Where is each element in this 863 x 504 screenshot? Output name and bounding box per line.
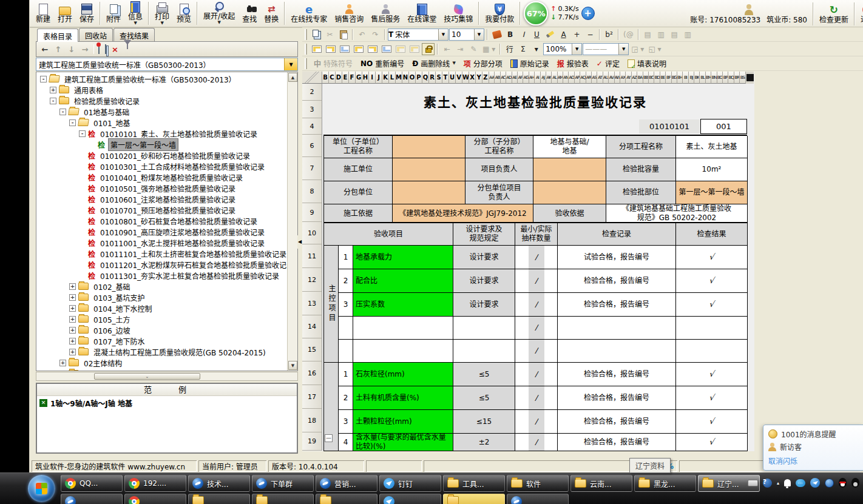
column-header-Y[interactable]: Y (476, 72, 482, 84)
check-record[interactable]: 检验合格，报告编号 (558, 363, 676, 386)
column-header-AV[interactable]: AV (609, 72, 614, 84)
column-header-AS[interactable]: AS (592, 72, 597, 84)
tree-expander-minus[interactable]: - (50, 98, 56, 104)
column-header-BR[interactable]: BR (734, 72, 740, 84)
chat-icon[interactable]: … (796, 479, 805, 487)
column-header-AQ[interactable]: AQ (580, 72, 586, 84)
row-header-6[interactable]: 6 (302, 135, 322, 157)
nav-back-button[interactable]: ← (41, 45, 49, 54)
taskbar-button-黑龙...[interactable]: 黑龙... (634, 475, 696, 492)
info-cell-r2-c3[interactable] (533, 181, 606, 204)
tree-item[interactable]: +0104_地下水控制 (38, 303, 297, 314)
design-requirement[interactable]: ±2 (453, 434, 515, 451)
taskbar-button-下单群[interactable]: 下单群 (252, 475, 314, 492)
item-name[interactable]: 压实系数 (353, 293, 453, 317)
info-cell-r1-c0[interactable]: 施工单位 (324, 158, 393, 181)
tree-expander-minus[interactable]: - (40, 76, 47, 82)
auto-sum-button[interactable]: Σ (516, 43, 529, 55)
tree-item[interactable]: 检01010601_注浆地基检验批质量验收记录 (38, 193, 297, 204)
combo-dropdown-button[interactable]: ▼ (284, 58, 297, 70)
row-header-17[interactable]: 17 (302, 385, 322, 409)
column-header-U[interactable]: U (449, 72, 456, 84)
taskbar-button-技术...[interactable]: 技术... (188, 475, 250, 492)
check-result[interactable]: √ (676, 434, 748, 451)
special-symbols-button[interactable]: 中特殊符号 (310, 57, 356, 70)
merge-cells-right-button[interactable] (338, 43, 351, 55)
column-header-AG[interactable]: AG (523, 72, 529, 84)
toolbar-button-book-blue[interactable]: 在线课堂 (404, 1, 440, 26)
tree-expander-plus[interactable]: + (69, 327, 76, 334)
design-requirement[interactable] (453, 340, 515, 363)
check-result[interactable] (676, 317, 748, 340)
info-cell-r1-c1[interactable] (393, 158, 465, 181)
tree-expander-plus[interactable]: + (69, 338, 76, 344)
check-result[interactable] (676, 340, 748, 363)
column-header-G[interactable]: G (356, 72, 362, 84)
column-header-W[interactable]: W (462, 72, 469, 84)
design-requirement[interactable]: ≤5 (453, 363, 515, 386)
info-cell-r2-c1[interactable] (393, 181, 465, 204)
column-header-D[interactable]: D (336, 72, 342, 84)
info-cell-r2-c0[interactable]: 分包单位 (324, 181, 393, 204)
sample-quantity[interactable]: / (515, 317, 558, 340)
taskbar-button-row2-4[interactable] (316, 494, 377, 504)
row-header-15[interactable]: 15 (302, 338, 322, 361)
tree-item[interactable]: -建筑工程施工质量验收统一标准（GB50300-2013） (38, 73, 297, 84)
notification-visitor-row[interactable]: 新访客 (768, 442, 858, 452)
item-name[interactable]: 土料有机质含量(%) (353, 386, 453, 410)
item-number[interactable]: 3 (339, 410, 353, 434)
sidebar-tab-表格目录[interactable]: 表格目录 (37, 29, 78, 42)
network-icon[interactable] (825, 479, 834, 488)
column-header-AO[interactable]: AO (569, 72, 574, 84)
check-result[interactable]: √ (676, 386, 748, 410)
taskbar-button-软件[interactable]: 软件 (507, 475, 569, 492)
design-requirement[interactable]: 设计要求 (453, 293, 515, 317)
tree-item[interactable]: 检01010901_高压旋喷注浆地基检验批质量验收记录 (38, 226, 297, 237)
column-header-AL[interactable]: AL (552, 72, 557, 84)
info-cell-r0-c1[interactable] (393, 136, 465, 158)
item-name[interactable] (353, 340, 453, 363)
sample-quantity[interactable]: / (515, 269, 558, 293)
taskbar-button-row2-5[interactable] (379, 494, 441, 504)
sample-quantity[interactable]: / (515, 386, 558, 410)
row-header-10[interactable]: 10 (302, 222, 322, 244)
toolbar-button-shield-pay[interactable]: ¥我要付款 (481, 1, 518, 26)
item-number[interactable]: 1 (339, 363, 353, 386)
progress-circle[interactable]: 67% (524, 1, 548, 25)
column-header-Z[interactable]: Z (482, 72, 489, 84)
tree-expander-plus[interactable]: + (69, 305, 76, 312)
example-item[interactable]: ✕ 1轴～9轴/A轴～J轴 地基 (37, 396, 297, 410)
sample-quantity[interactable]: / (515, 246, 558, 269)
sample-quantity[interactable]: / (515, 434, 558, 451)
scroll-up-arrow[interactable]: ▲ (288, 73, 297, 82)
tree-item[interactable]: +0107_地下防水 (38, 335, 297, 346)
toolbar-button-attachment[interactable]: 附件 (103, 1, 124, 26)
info-cell-r0-c4[interactable]: 分项工程名称 (606, 136, 676, 158)
column-header-N[interactable]: N (402, 72, 409, 84)
column-header-BO[interactable]: BO (717, 72, 723, 84)
tree-expander-plus[interactable]: + (69, 283, 76, 290)
evaluate-button[interactable]: ✓评定 (593, 57, 623, 70)
column-header-F[interactable]: F (349, 72, 356, 84)
tree-item[interactable]: +0106_边坡 (38, 324, 297, 335)
info-cell-r1-c2[interactable]: 项目负责人 (465, 158, 533, 181)
column-header-AZ[interactable]: AZ (632, 72, 637, 84)
italic-button[interactable]: I (517, 29, 530, 41)
column-header-S[interactable]: S (436, 72, 442, 84)
chevron-down-icon[interactable]: ▼ (572, 44, 581, 55)
check-record[interactable]: 检验合格，报告编号 (558, 434, 676, 451)
tree-item[interactable]: 检01010801_砂石桩复合地基检验批质量验收记录 (38, 215, 297, 226)
tree-item[interactable]: +0103_基坑支护 (38, 292, 297, 303)
tree-expander-minus[interactable]: - (59, 109, 66, 115)
item-number[interactable] (339, 340, 353, 363)
form-instructions-button[interactable]: 填表说明 (624, 57, 670, 70)
tree-item[interactable]: +02主体结构 (38, 357, 297, 368)
tree-expander-plus[interactable]: + (69, 294, 76, 301)
sidebar-tab-查找结果[interactable]: 查找结果 (113, 28, 155, 42)
column-header-Q[interactable]: Q (422, 72, 429, 84)
show-hidden-icons[interactable]: ▴ (777, 480, 779, 486)
column-header-AH[interactable]: AH (529, 72, 535, 84)
underline-button[interactable]: U (530, 29, 543, 41)
tree-expander-plus[interactable]: + (59, 371, 66, 372)
column-header-AJ[interactable]: AJ (541, 72, 546, 84)
